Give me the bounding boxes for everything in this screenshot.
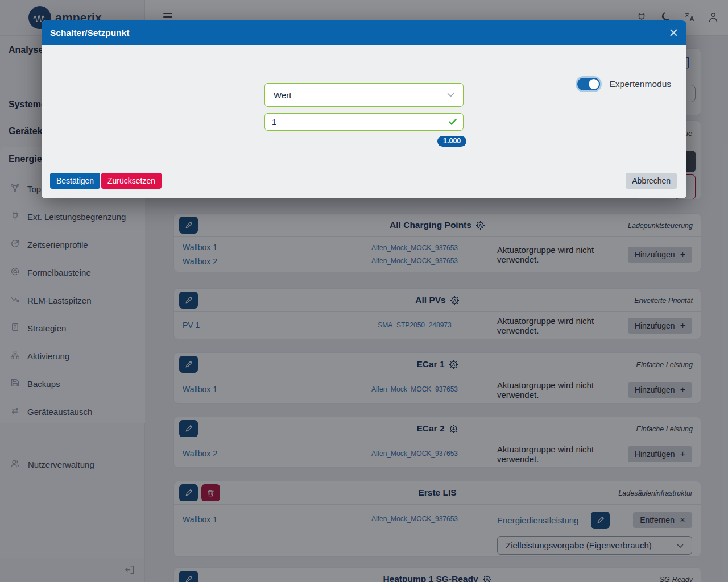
value-badge: 1.000 (437, 136, 466, 147)
reset-button[interactable]: Zurücksetzen (101, 173, 162, 189)
chevron-down-icon (447, 90, 454, 100)
modal-header: Schalter/Setzpunkt (42, 20, 686, 45)
confirm-button[interactable]: Bestätigen (50, 173, 100, 189)
modal-divider (50, 164, 678, 164)
modal-close-icon[interactable]: ✕ (668, 26, 679, 40)
value-input[interactable]: 1 (264, 113, 464, 131)
expert-mode-label: Expertenmodus (609, 79, 671, 89)
modal-title: Schalter/Setzpunkt (50, 28, 130, 38)
toggle-knob (589, 79, 599, 89)
valid-check-icon (448, 118, 457, 126)
cancel-button[interactable]: Abbrechen (626, 173, 677, 189)
schalter-setzpunkt-modal: Schalter/Setzpunkt ✕ Expertenmodus Wert … (42, 20, 686, 198)
expert-mode-toggle[interactable] (577, 78, 600, 90)
value-type-select[interactable]: Wert (264, 83, 464, 107)
